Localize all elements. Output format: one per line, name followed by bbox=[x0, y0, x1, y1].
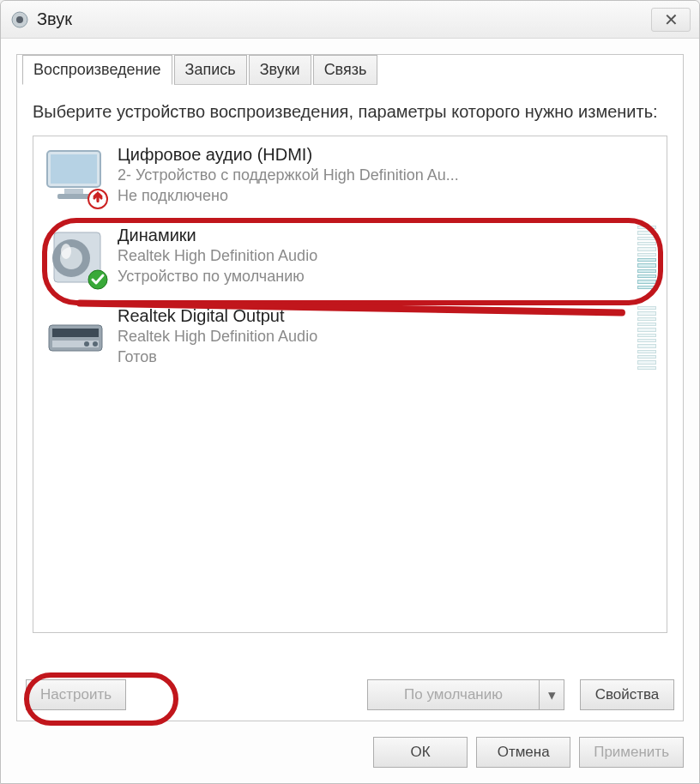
titlebar[interactable]: Звук ✕ bbox=[1, 1, 699, 39]
svg-point-15 bbox=[93, 341, 98, 347]
tab-playback[interactable]: Воспроизведение bbox=[22, 55, 172, 85]
svg-point-16 bbox=[84, 341, 89, 347]
device-name: Realtek Digital Output bbox=[118, 306, 631, 326]
set-default-button[interactable]: По умолчанию bbox=[367, 679, 539, 710]
set-default-dropdown[interactable]: ▾ bbox=[539, 679, 564, 710]
ok-button[interactable]: ОК bbox=[373, 737, 468, 768]
monitor-icon bbox=[44, 145, 107, 208]
device-name: Динамики bbox=[118, 226, 631, 245]
device-item-speakers[interactable]: Динамики Realtek High Definition Audio У… bbox=[33, 217, 667, 298]
svg-rect-4 bbox=[64, 189, 83, 194]
device-item-hdmi[interactable]: Цифровое аудио (HDMI) 2- Устройство с по… bbox=[33, 136, 667, 217]
tab-communications[interactable]: Связь bbox=[313, 55, 378, 85]
tab-button-row: Настроить По умолчанию ▾ Свойства bbox=[26, 679, 674, 710]
dialog-button-row: ОК Отмена Применить bbox=[373, 737, 684, 768]
device-name: Цифровое аудио (HDMI) bbox=[118, 145, 656, 165]
device-list[interactable]: Цифровое аудио (HDMI) 2- Устройство с по… bbox=[33, 136, 667, 633]
properties-button[interactable]: Свойства bbox=[580, 679, 674, 710]
device-status: Не подключено bbox=[118, 185, 656, 206]
vu-meter bbox=[637, 226, 656, 289]
window-title: Звук bbox=[37, 9, 651, 29]
tab-sounds[interactable]: Звуки bbox=[249, 55, 311, 85]
svg-rect-13 bbox=[52, 329, 99, 337]
tab-recording[interactable]: Запись bbox=[174, 55, 247, 85]
tab-content-playback: Выберите устройство воспроизведения, пар… bbox=[17, 84, 683, 648]
instruction-text: Выберите устройство воспроизведения, пар… bbox=[33, 100, 667, 124]
device-controller: Realtek High Definition Audio bbox=[118, 326, 631, 347]
svg-rect-5 bbox=[57, 194, 90, 199]
tab-strip: Воспроизведение Запись Звуки Связь bbox=[17, 54, 683, 84]
digital-output-icon bbox=[44, 306, 107, 370]
cancel-button[interactable]: Отмена bbox=[476, 737, 570, 768]
tab-container: Воспроизведение Запись Звуки Связь Выбер… bbox=[16, 54, 684, 721]
svg-point-10 bbox=[61, 244, 71, 259]
set-default-split-button[interactable]: По умолчанию ▾ bbox=[367, 679, 564, 710]
device-status: Устройство по умолчанию bbox=[118, 266, 631, 286]
sound-dialog-window: Звук ✕ Воспроизведение Запись Звуки Связ… bbox=[0, 0, 700, 784]
svg-rect-3 bbox=[51, 154, 97, 184]
configure-button[interactable]: Настроить bbox=[26, 679, 126, 710]
device-status: Готов bbox=[118, 347, 631, 367]
disconnected-badge-icon bbox=[87, 188, 109, 210]
device-controller: 2- Устройство с поддержкой High Definiti… bbox=[118, 165, 656, 185]
svg-point-1 bbox=[16, 16, 23, 23]
device-item-digital-output[interactable]: Realtek Digital Output Realtek High Defi… bbox=[33, 298, 667, 378]
close-button[interactable]: ✕ bbox=[651, 8, 691, 32]
device-controller: Realtek High Definition Audio bbox=[118, 245, 631, 266]
speaker-icon bbox=[44, 226, 107, 289]
default-check-icon bbox=[87, 268, 109, 291]
vu-meter bbox=[637, 306, 656, 370]
svg-rect-14 bbox=[52, 341, 99, 347]
apply-button[interactable]: Применить bbox=[579, 737, 684, 768]
sound-window-icon bbox=[9, 9, 30, 30]
